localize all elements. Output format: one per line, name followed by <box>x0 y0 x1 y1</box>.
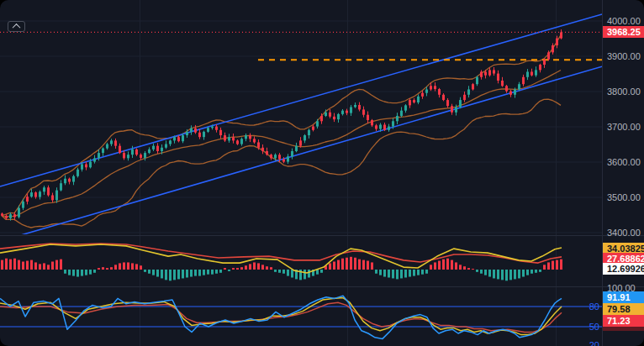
price-tick-label: 3500.00 <box>603 192 644 203</box>
price-tick-label: 4000.00 <box>603 16 644 27</box>
stoch-value-label: 79.58 <box>603 303 644 315</box>
price-tick-label: 3400.00 <box>603 228 644 239</box>
partial-label-strip <box>603 327 644 331</box>
level-label: 20 <box>589 340 599 346</box>
price-axis[interactable]: 4000.003900.003800.003700.003600.003500.… <box>603 0 644 346</box>
level-label: 50 <box>589 322 599 332</box>
last-price-label: 3968.25 <box>603 26 644 38</box>
pane-collapse-toggle-button[interactable] <box>8 21 25 32</box>
macd-value-label: 12.69926 <box>603 263 644 275</box>
trading-chart-window: 805020 4000.003900.003800.003700.003600.… <box>0 0 644 346</box>
price-tick-label: 3800.00 <box>603 86 644 97</box>
price-tick-label: 3600.00 <box>603 157 644 168</box>
price-tick-label: 3900.00 <box>603 51 644 62</box>
chart-canvas[interactable]: 805020 <box>0 0 644 346</box>
stoch-value-label: 91.91 <box>603 291 644 303</box>
chevron-up-icon <box>13 24 21 32</box>
stoch-value-label: 71.23 <box>603 315 644 327</box>
price-tick-label: 3700.00 <box>603 122 644 133</box>
level-label: 80 <box>589 301 599 312</box>
